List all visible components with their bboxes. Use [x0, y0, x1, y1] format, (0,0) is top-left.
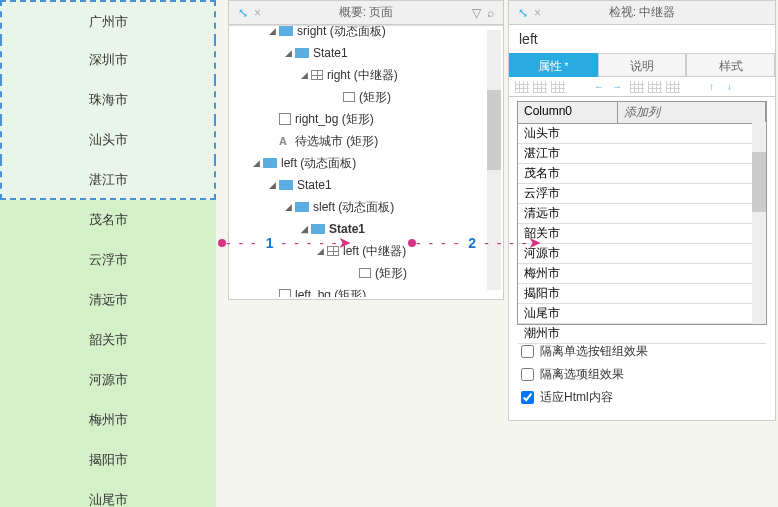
outline-tree[interactable]: ◢sright (动态面板)◢State1◢right (中继器)(矩形)rig…	[229, 25, 503, 297]
move-left-icon[interactable]: ←	[594, 81, 608, 93]
rectangle-icon	[343, 92, 355, 102]
tree-toggle-icon[interactable]: ◢	[285, 48, 295, 58]
city-item[interactable]: 广州市	[0, 0, 216, 40]
move-down-icon[interactable]: ↓	[727, 81, 741, 93]
dynamic-panel-icon	[295, 202, 309, 212]
outline-label: State1	[297, 178, 332, 192]
column-header[interactable]: Column0	[518, 102, 618, 123]
grid-icon[interactable]	[630, 81, 644, 93]
city-item[interactable]: 湛江市	[0, 160, 216, 200]
text-icon: A	[279, 135, 293, 147]
option-fit-html[interactable]: 适应Html内容	[521, 389, 763, 406]
table-row[interactable]: 茂名市	[518, 164, 766, 184]
table-row[interactable]: 云浮市	[518, 184, 766, 204]
tree-toggle-icon[interactable]: ◢	[269, 26, 279, 36]
tree-toggle-icon[interactable]: ◢	[253, 158, 263, 168]
repeater-toolbar: ← → ↑ ↓	[509, 77, 775, 97]
outline-row[interactable]: A待选城市 (矩形)	[229, 130, 503, 152]
table-row[interactable]: 梅州市	[518, 264, 766, 284]
outline-row[interactable]: left_bg (矩形)	[229, 284, 503, 297]
collapse-icon[interactable]: ⤡	[238, 6, 248, 20]
dynamic-panel-icon	[295, 48, 309, 58]
collapse-icon[interactable]: ⤡	[518, 6, 528, 20]
city-item[interactable]: 云浮市	[0, 240, 216, 280]
tree-toggle-icon[interactable]: ◢	[269, 180, 279, 190]
grid-icon[interactable]	[515, 81, 529, 93]
outline-row[interactable]: right_bg (矩形)	[229, 108, 503, 130]
table-scrollbar[interactable]	[752, 122, 766, 324]
tree-toggle-icon[interactable]: ◢	[285, 202, 295, 212]
close-icon[interactable]: ×	[254, 6, 261, 20]
grid-icon[interactable]	[551, 81, 565, 93]
table-row[interactable]: 湛江市	[518, 144, 766, 164]
filter-icon[interactable]: ▽	[472, 6, 481, 20]
inspector-title: 检视: 中继器	[509, 4, 775, 21]
city-item[interactable]: 茂名市	[0, 200, 216, 240]
dynamic-panel-icon	[279, 180, 293, 190]
tab-properties[interactable]: 属性*	[509, 53, 598, 77]
option-isolate-radio[interactable]: 隔离单选按钮组效果	[521, 343, 763, 360]
outline-row[interactable]: ◢sright (动态面板)	[229, 25, 503, 42]
rectangle-icon	[359, 268, 371, 278]
outline-label: left_bg (矩形)	[295, 287, 366, 298]
outline-label: sright (动态面板)	[297, 25, 386, 40]
checkbox-icon	[279, 289, 291, 297]
city-item[interactable]: 汕尾市	[0, 480, 216, 507]
outline-label: sleft (动态面板)	[313, 199, 394, 216]
close-icon[interactable]: ×	[534, 6, 541, 20]
city-item[interactable]: 梅州市	[0, 400, 216, 440]
tree-toggle-icon[interactable]: ◢	[301, 70, 311, 80]
inspector-panel: ⤡ × 检视: 中继器 left 属性* 说明 样式 ← → ↑ ↓ Colum…	[508, 0, 776, 421]
outline-row[interactable]: (矩形)	[229, 262, 503, 284]
inspector-header: ⤡ × 检视: 中继器	[509, 1, 775, 25]
table-row[interactable]: 清远市	[518, 204, 766, 224]
outline-label: (矩形)	[375, 265, 407, 282]
city-item[interactable]: 汕头市	[0, 120, 216, 160]
table-header: Column0 添加列	[518, 102, 766, 124]
table-row[interactable]: 汕尾市	[518, 304, 766, 324]
tab-style[interactable]: 样式	[686, 53, 775, 77]
city-item[interactable]: 揭阳市	[0, 440, 216, 480]
city-item[interactable]: 韶关市	[0, 320, 216, 360]
add-column[interactable]: 添加列	[618, 102, 766, 123]
city-item[interactable]: 珠海市	[0, 80, 216, 120]
inspector-tabs: 属性* 说明 样式	[509, 53, 775, 77]
outline-label: left (动态面板)	[281, 155, 356, 172]
option-isolate-select[interactable]: 隔离选项组效果	[521, 366, 763, 383]
outline-title: 概要: 页面	[229, 4, 503, 21]
city-list: 广州市深圳市珠海市汕头市湛江市茂名市云浮市清远市韶关市河源市梅州市揭阳市汕尾市	[0, 0, 216, 507]
move-up-icon[interactable]: ↑	[709, 81, 723, 93]
grid-icon[interactable]	[533, 81, 547, 93]
table-row[interactable]: 揭阳市	[518, 284, 766, 304]
table-row[interactable]: 汕头市	[518, 124, 766, 144]
annotation-arrow-1: - - - 1 - - - - -➤	[218, 233, 351, 252]
outline-header: ⤡ × 概要: 页面 ▽ ⌕	[229, 1, 503, 25]
outline-row[interactable]: ◢right (中继器)	[229, 64, 503, 86]
annotation-arrow-2: - - - - 2 - - - -➤	[408, 233, 541, 252]
table-row[interactable]: 韶关市	[518, 224, 766, 244]
grid-icon[interactable]	[648, 81, 662, 93]
outline-row[interactable]: ◢State1	[229, 174, 503, 196]
repeater-icon	[311, 70, 323, 80]
outline-row[interactable]: ◢left (动态面板)	[229, 152, 503, 174]
grid-icon[interactable]	[666, 81, 680, 93]
outline-label: left (中继器)	[343, 243, 406, 260]
outline-row[interactable]: ◢sleft (动态面板)	[229, 196, 503, 218]
checkbox-icon	[279, 113, 291, 125]
table-row[interactable]: 河源市	[518, 244, 766, 264]
outline-panel: ⤡ × 概要: 页面 ▽ ⌕ ◢sright (动态面板)◢State1◢rig…	[228, 0, 504, 300]
dynamic-panel-icon	[263, 158, 277, 168]
city-item[interactable]: 清远市	[0, 280, 216, 320]
city-item[interactable]: 深圳市	[0, 40, 216, 80]
search-icon[interactable]: ⌕	[487, 6, 494, 20]
target-name: left	[509, 25, 775, 53]
repeater-data-table[interactable]: Column0 添加列 汕头市湛江市茂名市云浮市清远市韶关市河源市梅州市揭阳市汕…	[517, 101, 767, 325]
outline-label: 待选城市 (矩形)	[295, 133, 378, 150]
outline-row[interactable]: (矩形)	[229, 86, 503, 108]
outline-row[interactable]: ◢State1	[229, 42, 503, 64]
outline-label: State1	[313, 46, 348, 60]
tab-notes[interactable]: 说明	[598, 53, 687, 77]
move-right-icon[interactable]: →	[612, 81, 626, 93]
city-item[interactable]: 河源市	[0, 360, 216, 400]
table-row[interactable]: 潮州市	[518, 324, 766, 344]
